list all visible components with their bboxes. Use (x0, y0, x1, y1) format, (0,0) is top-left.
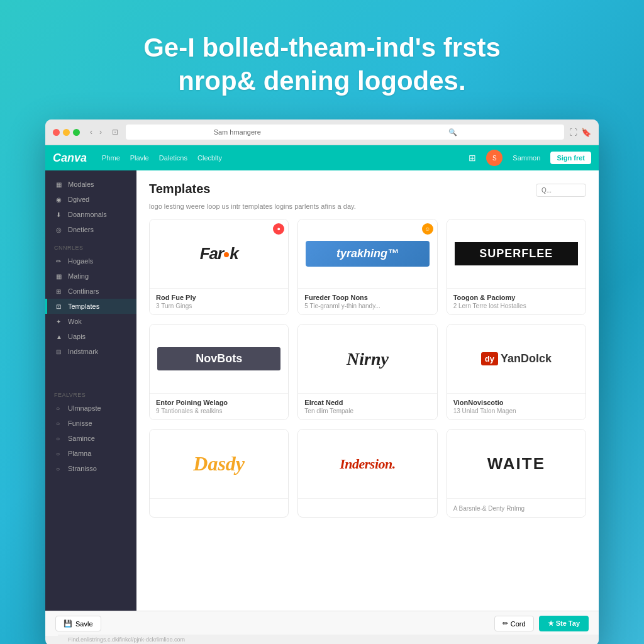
dnetiers-icon: ◎ (56, 226, 64, 233)
save-button[interactable]: 💾 Savle (55, 616, 101, 631)
page-subtitle: logo lesting weere loop us intr template… (149, 203, 586, 210)
nav-link-daleticns[interactable]: Daleticns (159, 154, 187, 162)
template-logo-novbots: NovBots (150, 325, 288, 394)
sidebar-item-templates[interactable]: ⊡ Templates (45, 299, 136, 314)
sidebar-item-hogaels[interactable]: ✏ Hogaels (45, 253, 136, 269)
nirny-info: Elrcat Nedd Ten dlim Tempale (298, 394, 436, 419)
superflee-info: Toogon & Paciomy 2 Lern Terre lost Hosta… (447, 289, 586, 314)
indersion-info (298, 499, 436, 510)
template-logo-farouk: Fark ● (150, 219, 288, 289)
sidebar-item-stranisso[interactable]: ○ Stranisso (45, 461, 136, 476)
farouk-meta: 3 Turn Gings (156, 303, 282, 309)
sidebar-item-doanmonals[interactable]: ⬇ Doanmonals (45, 207, 136, 222)
app-logo: Canva (53, 152, 87, 165)
sidebar-item-mating[interactable]: ▦ Mating (45, 269, 136, 284)
sidebar-item-wok[interactable]: ✦ Wok (45, 314, 136, 329)
novbots-name: Entor Poining Welago (156, 399, 282, 406)
tyrakhing-info: Fureder Toop Nons 5 Tie-granml y-thin ha… (298, 289, 436, 314)
dgived-icon: ◉ (56, 196, 64, 203)
sidebar-item-funisse[interactable]: ○ Funisse (45, 416, 136, 431)
sign-in-button[interactable]: Sign fret (550, 152, 591, 164)
sidebar-section-features: Fealvres (45, 384, 136, 401)
dasdy-info (150, 499, 288, 510)
app-layout: ▦ Modales ◉ Dgived ⬇ Doanmonals ◎ Dnetie… (45, 170, 599, 611)
close-button[interactable] (53, 129, 60, 136)
template-card-farouk[interactable]: Fark ● Rod Fue Ply 3 Turn Gings (149, 219, 289, 315)
minimize-button[interactable] (63, 129, 70, 136)
bookmark-icon[interactable]: 🔖 (581, 128, 591, 137)
hero-section: Ge-I bolled-theam-ind's frsts nrop& deni… (106, 0, 538, 119)
save-icon: 💾 (64, 619, 72, 628)
share-icon[interactable]: ⛶ (569, 128, 577, 137)
nav-link-clecblty[interactable]: Clecblty (197, 154, 222, 162)
sidebar-item-uapis[interactable]: ▲ Uapis (45, 329, 136, 344)
template-logo-superflee: SUPERFLEE (447, 219, 586, 289)
template-logo-yandolck: dy YanDolck (447, 325, 586, 394)
template-card-superflee[interactable]: SUPERFLEE Toogon & Paciomy 2 Lern Terre … (447, 219, 586, 315)
stranisso-icon: ○ (56, 465, 64, 472)
window-controls (53, 129, 80, 136)
sidebar: ▦ Modales ◉ Dgived ⬇ Doanmonals ◎ Dnetie… (45, 170, 136, 611)
maximize-button[interactable] (73, 129, 80, 136)
tyrakhing-badge: ☺ (422, 223, 433, 235)
forward-button[interactable]: › (97, 126, 104, 138)
template-card-dasdy[interactable]: Dasdy (149, 429, 289, 518)
sidebar-item-contlinars[interactable]: ⊞ Contlinars (45, 284, 136, 299)
nirny-name: Elrcat Nedd (304, 399, 430, 406)
nirny-meta: Ten dlim Tempale (304, 408, 430, 414)
avatar: S (486, 150, 502, 166)
sidebar-item-samince[interactable]: ○ Samince (45, 431, 136, 446)
ulmnapste-icon: ○ (56, 405, 64, 412)
address-text: Sam hmangere (131, 128, 344, 136)
browser-chrome: ‹ › ⊡ Sam hmangere 🔍 ⛶ 🔖 (45, 119, 599, 145)
template-card-waite[interactable]: Waite A Barsnle-& Denty Rnlmg (447, 429, 586, 518)
yandolck-logo: dy YanDolck (481, 352, 552, 365)
cord-icon: ✏ (502, 619, 508, 628)
yandolck-info: VionNoviscotio 13 Unlad Talon Magen (447, 394, 586, 419)
sidebar-item-ulmnapste[interactable]: ○ Ulmnapste (45, 401, 136, 416)
tab-button[interactable]: ⊡ (109, 126, 121, 138)
template-card-yandolck[interactable]: dy YanDolck VionNoviscotio 13 Unlad Talo… (447, 324, 586, 420)
dasdy-logo: Dasdy (193, 452, 245, 475)
template-card-indersion[interactable]: Indersion. (297, 429, 437, 518)
template-logo-dasdy: Dasdy (150, 430, 288, 499)
sidebar-item-indstmark[interactable]: ⊟ Indstmark (45, 344, 136, 359)
star-button[interactable]: ★ Ste Tay (539, 616, 589, 631)
bottom-bar: 💾 Savle ✏ Cord ★ Ste Tay (45, 611, 599, 636)
search-input[interactable] (536, 184, 586, 197)
waite-logo: Waite (487, 454, 545, 474)
indersion-logo: Indersion. (340, 456, 396, 472)
doanmonals-icon: ⬇ (56, 211, 64, 218)
tyrakhing-meta: 5 Tie-granml y-thin handy... (304, 303, 430, 309)
sidebar-item-plamna[interactable]: ○ Plamna (45, 446, 136, 461)
cord-button[interactable]: ✏ Cord (494, 616, 534, 631)
sidebar-item-modales[interactable]: ▦ Modales (45, 177, 136, 192)
hogaels-icon: ✏ (56, 258, 64, 265)
sidebar-item-dgived[interactable]: ◉ Dgived (45, 192, 136, 207)
app-navbar: Canva Phme Plavle Daleticns Clecblty ⊞ S… (45, 145, 599, 170)
template-card-nirny[interactable]: Nirny Elrcat Nedd Ten dlim Tempale (297, 324, 437, 420)
farouk-logo: Fark (200, 244, 238, 264)
nav-link-home[interactable]: Phme (102, 154, 120, 162)
back-button[interactable]: ‹ (87, 126, 95, 138)
superflee-name: Toogon & Paciomy (453, 294, 579, 301)
novbots-meta: 9 Tantionales & realkins (156, 408, 282, 414)
sidebar-section-create: Cnnrles (45, 237, 136, 253)
yandolck-name: VionNoviscotio (453, 399, 579, 406)
superflee-meta: 2 Lern Terre lost Hostalles (453, 303, 579, 309)
url-bar-bottom: Find.enlistrings.c.dkifinkcl/pjnk-dckrli… (58, 635, 599, 644)
browser-actions: ⛶ 🔖 (569, 128, 591, 137)
nav-link-plavle[interactable]: Plavle (130, 154, 149, 162)
template-card-tyrakhing[interactable]: tyrakhing™ ☺ Fureder Toop Nons 5 Tie-gra… (297, 219, 437, 315)
address-bar[interactable]: Sam hmangere 🔍 (126, 125, 564, 140)
tyrakhing-logo: tyrakhing™ (306, 241, 429, 267)
page-title: Templates (149, 182, 210, 196)
plamna-icon: ○ (56, 450, 64, 457)
nav-grid-icon[interactable]: ⊞ (469, 153, 476, 163)
template-logo-nirny: Nirny (298, 325, 436, 394)
template-card-novbots[interactable]: NovBots Entor Poining Welago 9 Tantional… (149, 324, 289, 420)
novbots-logo: NovBots (157, 347, 280, 370)
mating-icon: ▦ (56, 273, 64, 280)
superflee-logo: SUPERFLEE (455, 242, 578, 265)
sidebar-item-dnetiers[interactable]: ◎ Dnetiers (45, 222, 136, 237)
